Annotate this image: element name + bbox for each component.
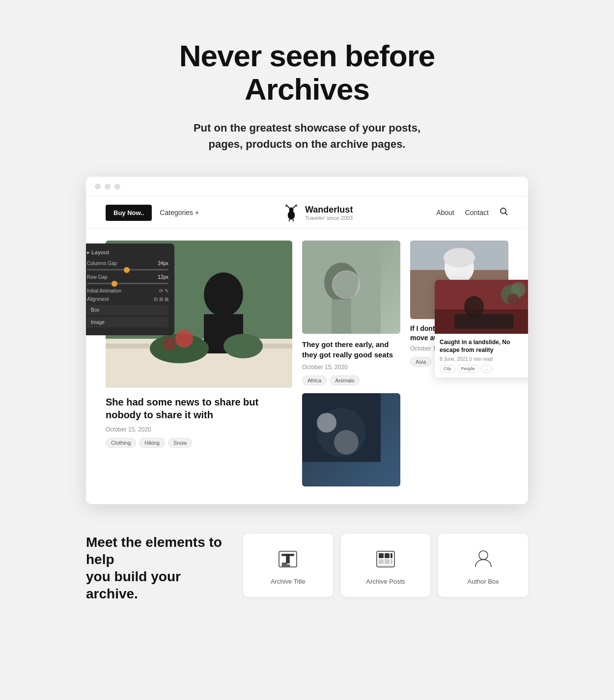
tag-city[interactable]: City [440,365,455,373]
author-box-label: Author Box [468,578,499,585]
slider-thumb [124,267,130,273]
svg-line-7 [296,205,297,206]
middle-column: They got there early, and they got reall… [302,241,400,492]
hero-subtitle: Put on the greatest showcase of your pos… [179,120,435,152]
element-card-author-box[interactable]: Author Box [438,534,528,597]
buy-now-button[interactable]: Buy Now.. [106,205,152,221]
floating-card: Caught in a landslide, No escape from re… [435,280,528,377]
right-column: If I dont like something, I move away fr… [410,241,508,492]
post-card-mid1: They got there early, and they got reall… [302,241,400,385]
svg-point-1 [289,208,294,213]
tag-row-large: Clothing Hiking Snow [106,438,292,448]
layout-panel: ▸ Layout Columns Gap 24px Row Gap 12px I… [86,243,174,335]
post-title-mid1: They got there early, and they got reall… [302,340,400,360]
moose-icon [282,204,300,221]
post-card-mid2 [302,393,400,492]
row-gap-slider[interactable] [87,283,168,284]
svg-point-15 [204,272,243,317]
panel-image-section[interactable]: Image [87,317,168,327]
svg-rect-53 [379,565,392,566]
elements-cards: Archive Title Archive Posts [243,534,528,597]
post-title-large: She had some news to share but nobody to… [106,396,292,421]
tag-hiking[interactable]: Hiking [139,438,165,448]
svg-point-54 [479,551,488,560]
svg-line-4 [286,205,287,206]
svg-point-18 [223,334,263,358]
element-card-archive-title[interactable]: Archive Title [243,534,333,597]
floating-meta: 8 June, 2021 5 min read [440,356,528,362]
floating-tags: City People ... [440,365,528,373]
post-image-mid2 [302,393,400,486]
svg-rect-37 [454,314,513,329]
nav-right: About Contact [436,207,508,218]
svg-point-23 [333,271,360,298]
tag-animals[interactable]: Animals [330,376,360,385]
post-date-large: October 15, 2020 [106,426,292,433]
post-image-mid1 [302,241,400,334]
svg-point-40 [507,294,519,305]
browser-bar [86,177,528,197]
elements-title: Meet the elements to help you build your… [86,534,223,602]
nav-left: Buy Now.. Categories + [106,205,199,221]
tag-row-mid1: Africa Animals [302,376,400,385]
tag-snow[interactable]: Snow [168,438,193,448]
floating-title: Caught in a landslide, No escape from re… [440,339,528,354]
archive-title-icon [276,547,300,571]
svg-rect-47 [379,553,384,558]
elements-section: Meet the elements to help you build your… [86,534,528,602]
svg-line-5 [293,206,296,208]
archive-posts-label: Archive Posts [366,578,405,585]
svg-rect-44 [282,563,287,564]
panel-box-section[interactable]: Box [87,305,168,315]
archive-title-label: Archive Title [271,578,306,585]
post-date-mid1: October 15, 2020 [302,364,400,371]
svg-rect-49 [391,553,392,558]
svg-point-19 [175,330,193,348]
svg-rect-50 [379,559,384,564]
svg-rect-43 [286,554,289,563]
hero-title: Never seen before Archives [179,39,435,106]
hero-section: Never seen before Archives Put on the gr… [179,39,435,152]
tag-africa[interactable]: Africa [302,376,327,385]
browser-dot-yellow [105,184,111,189]
element-card-archive-posts[interactable]: Archive Posts [341,534,431,597]
svg-line-11 [505,213,508,215]
author-box-icon [472,547,495,571]
elements-text: Meet the elements to help you build your… [86,534,223,602]
browser-dot-red [95,184,101,189]
tag-asia[interactable]: Asia [410,357,431,367]
nav-contact[interactable]: Contact [465,209,489,216]
svg-rect-48 [385,553,390,558]
svg-rect-51 [385,559,390,564]
archive-posts-icon [374,547,397,571]
slider-thumb-2 [112,281,117,287]
svg-point-20 [163,337,176,350]
svg-rect-45 [282,565,290,566]
tag-clothing[interactable]: Clothing [106,438,136,448]
site-nav: Buy Now.. Categories + Wanderlust [86,197,528,229]
search-icon[interactable] [500,207,508,218]
svg-line-9 [293,219,294,222]
columns-gap-slider[interactable] [87,269,168,270]
nav-about[interactable]: About [436,209,454,216]
tag-more[interactable]: ... [481,365,493,373]
browser-mockup: Buy Now.. Categories + Wanderlust [86,177,528,504]
svg-line-2 [287,206,289,208]
nav-categories[interactable]: Categories + [160,209,199,216]
svg-line-8 [289,219,290,222]
browser-dot-green [114,184,120,189]
nav-logo: Wanderlust Travelin' since 2003 [282,204,353,221]
svg-point-10 [501,208,506,214]
tag-people[interactable]: People [457,365,479,373]
svg-rect-24 [332,299,351,334]
floating-image [435,280,528,334]
blog-grid: ▸ Layout Columns Gap 24px Row Gap 12px I… [86,229,528,504]
svg-point-27 [317,413,336,432]
svg-point-33 [444,248,475,268]
svg-rect-52 [391,559,392,564]
svg-point-28 [334,430,359,455]
